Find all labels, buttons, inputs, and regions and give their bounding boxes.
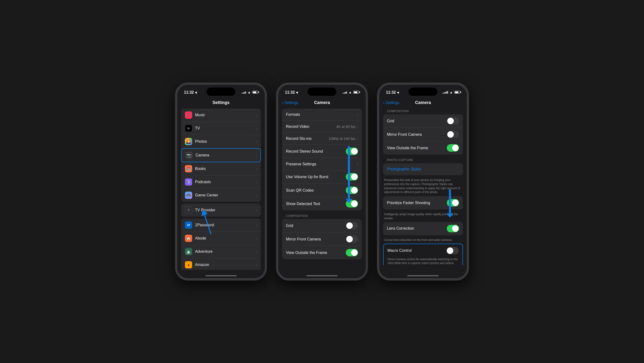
record-video-label: Record Video — [286, 124, 336, 129]
settings-item-tv[interactable]: tv TV › — [181, 122, 261, 135]
adventure-icon: 🏔️ — [185, 248, 192, 255]
settings-item-scan-qr[interactable]: Scan QR Codes — [282, 184, 362, 197]
settings-item-preserve[interactable]: Preserve Settings › — [282, 158, 362, 170]
back-label-2: Settings — [284, 101, 298, 105]
toggle-mirror-front[interactable] — [346, 235, 358, 243]
lens-correction-group: Lens Correction — [383, 222, 463, 235]
chevron-amazon: › — [256, 263, 257, 267]
wifi-icon-3: ▲ — [450, 90, 453, 94]
nav-title-2: Camera — [314, 100, 330, 105]
record-stereo-label: Record Stereo Sound — [286, 149, 346, 154]
tv-icon: tv — [185, 125, 192, 132]
dynamic-island-3 — [408, 88, 438, 96]
dynamic-island-2 — [308, 88, 336, 96]
settings-item-adventure[interactable]: 🏔️ Adventure › — [181, 245, 261, 258]
settings-item-record-video[interactable]: Record Video 4K at 60 fps › — [282, 121, 362, 133]
settings-item-camera[interactable]: 📷 Camera › — [181, 148, 261, 162]
toggle-prioritize-faster[interactable] — [447, 199, 459, 207]
toggle-grid-p3[interactable] — [447, 117, 459, 125]
toggle-view-outside-p3[interactable] — [447, 144, 459, 152]
prioritize-faster-label: Prioritize Faster Shooting — [387, 201, 447, 205]
tvprovider-icon: S — [185, 207, 192, 214]
settings-item-view-outside[interactable]: View Outside the Frame — [282, 246, 362, 259]
photos-icon: 🌄 — [185, 138, 192, 145]
podcasts-label: Podcasts — [195, 180, 256, 184]
chevron-adventure: › — [256, 250, 257, 253]
settings-item-amazon[interactable]: a Amazon › — [181, 258, 261, 270]
grid-label-p3: Grid — [387, 119, 447, 123]
settings-item-show-text[interactable]: Show Detected Text — [282, 197, 362, 210]
settings-item-macro-control[interactable]: Macro Control — [384, 244, 462, 257]
chevron-1password: › — [256, 223, 257, 227]
time-3: 11:32 ◂ — [386, 90, 399, 95]
camera-label: Camera — [196, 153, 256, 157]
settings-item-grid[interactable]: Grid — [282, 219, 362, 232]
chevron-record-video: › — [357, 125, 358, 129]
composition-group: Grid Mirror Front Camera View Outside th… — [282, 219, 362, 259]
settings-item-photos[interactable]: 🌄 Photos › — [181, 135, 261, 148]
iphone-1: 11:32 ◂ ▲ Settings 🎵 Music › — [175, 83, 267, 280]
toggle-lens-correction[interactable] — [447, 225, 459, 232]
macro-control-box: Macro Control Show Camera control for au… — [383, 244, 463, 265]
nav-back-3[interactable]: ‹ Settings — [383, 100, 400, 105]
settings-list-1[interactable]: 🎵 Music › tv TV › 🌄 Photos › 📷 Camera — [177, 109, 265, 270]
settings-item-prioritize-faster[interactable]: Prioritize Faster Shooting — [383, 196, 463, 209]
status-icons-1: ▲ — [242, 90, 258, 94]
books-icon: 📚 — [185, 165, 192, 172]
settings-item-tvprovider[interactable]: S TV Provider › — [181, 204, 261, 217]
settings-item-view-outside-p3[interactable]: View Outside the Frame — [383, 141, 463, 155]
toggle-show-text[interactable] — [346, 200, 358, 207]
camera-icon: 📷 — [186, 152, 192, 159]
toggle-grid[interactable] — [346, 222, 358, 229]
camera-main-group: Formats › Record Video 4K at 60 fps › Re… — [282, 109, 362, 210]
settings-item-podcasts[interactable]: 🎙️ Podcasts › — [181, 175, 261, 189]
settings-item-photographic-styles-p3[interactable]: Photographic Styles — [383, 163, 463, 175]
settings-item-grid-p3[interactable]: Grid — [383, 114, 463, 128]
settings-item-music[interactable]: 🎵 Music › — [181, 109, 261, 122]
settings-item-formats[interactable]: Formats › — [282, 109, 362, 121]
amazon-icon: a — [185, 261, 192, 268]
back-chevron-3: ‹ — [383, 100, 384, 105]
battery-icon-3 — [454, 91, 460, 94]
iphone-3: 11:32 ◂ ▲ ‹ Settings Camera COM — [377, 83, 469, 280]
prioritize-faster-desc: Intelligently adapt image quality when r… — [383, 211, 463, 222]
settings-item-books[interactable]: 📚 Books › — [181, 162, 261, 175]
settings-item-record-stereo[interactable]: Record Stereo Sound — [282, 145, 362, 158]
podcasts-icon: 🎙️ — [185, 178, 192, 186]
settings-item-mirror-front[interactable]: Mirror Front Camera — [282, 232, 362, 246]
settings-item-volume-burst[interactable]: Use Volume Up for Burst — [282, 170, 362, 184]
chevron-books: › — [256, 167, 257, 171]
nav-title-1: Settings — [212, 100, 230, 105]
adventure-label: Adventure — [195, 249, 256, 254]
camera-settings-content: Formats › Record Video 4K at 60 fps › Re… — [278, 109, 366, 263]
settings-group-providers: S TV Provider › — [181, 204, 261, 217]
nav-header-1: Settings — [177, 98, 265, 109]
settings-item-abode[interactable]: 🏠 Abode › — [181, 232, 261, 245]
toggle-scan-qr[interactable] — [346, 187, 358, 194]
chevron-camera: › — [256, 153, 256, 157]
toggle-volume-burst[interactable] — [346, 173, 358, 181]
settings-item-record-slomo[interactable]: Record Slo-mo 1080p at 240 fps › — [282, 133, 362, 145]
camera-settings-content-3: COMPOSITION Grid Mirror Front Camera Vie… — [379, 109, 467, 265]
toggle-macro-control[interactable] — [446, 247, 458, 254]
formats-label: Formats — [286, 112, 357, 117]
toggle-view-outside[interactable] — [346, 249, 358, 256]
view-outside-label-p3: View Outside the Frame — [387, 146, 447, 150]
view-outside-label: View Outside the Frame — [286, 251, 346, 255]
dynamic-island-1 — [206, 88, 236, 96]
settings-group-main: 🎵 Music › tv TV › 🌄 Photos › 📷 Camera — [181, 109, 261, 202]
settings-item-gamecenter[interactable]: 🎮 Game Center › — [181, 189, 261, 202]
gamecenter-icon: 🎮 — [185, 192, 192, 199]
settings-item-lens-correction[interactable]: Lens Correction — [383, 222, 463, 235]
time-2: 11:32 ◂ — [285, 90, 298, 95]
battery-icon-2 — [353, 91, 359, 94]
toggle-mirror-p3[interactable] — [447, 131, 459, 138]
music-icon: 🎵 — [185, 111, 192, 119]
settings-item-mirror-front-p3[interactable]: Mirror Front Camera — [383, 128, 463, 141]
music-label: Music — [195, 113, 256, 117]
nav-header-3: ‹ Settings Camera — [379, 98, 467, 109]
settings-item-1password[interactable]: 1P 1Password › — [181, 219, 261, 232]
mirror-front-label: Mirror Front Camera — [286, 237, 346, 241]
toggle-record-stereo[interactable] — [346, 148, 358, 155]
nav-back-2[interactable]: ‹ Settings — [282, 100, 298, 105]
